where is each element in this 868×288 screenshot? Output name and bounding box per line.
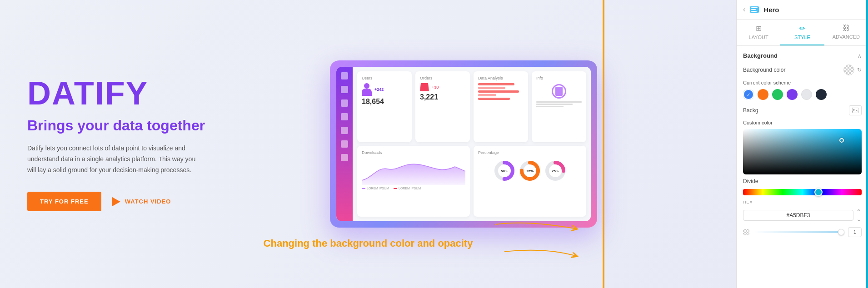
data-analysis-card: Data Analysis (474, 71, 528, 142)
color-picker-handle[interactable] (839, 138, 844, 143)
data-analysis-title: Data Analysis (478, 76, 524, 80)
tab-advanced[interactable]: ⛓ ADVANCED (824, 20, 868, 45)
hex-row: HEX (743, 200, 862, 204)
tab-layout[interactable]: ⊞ LAYOUT (737, 20, 780, 45)
downloads-chart (362, 158, 465, 185)
opacity-handle[interactable] (838, 229, 844, 235)
donut-25: 25% (544, 159, 567, 182)
hex-stepper[interactable]: ⌃⌄ (856, 208, 862, 223)
hex-label: HEX (743, 200, 753, 204)
info-text-lines (536, 101, 582, 107)
swatch-orange[interactable] (758, 89, 768, 100)
users-total: 18,654 (362, 98, 407, 106)
swatch-green[interactable] (772, 89, 783, 100)
custom-color-label: Custom color (743, 120, 862, 125)
swatch-dark[interactable] (816, 89, 827, 100)
tab-layout-label: LAYOUT (749, 35, 768, 40)
bg-image-label: Backg (743, 107, 758, 114)
description: Datify lets you connect lots of data poi… (27, 143, 200, 175)
layout-icon: ⊞ (756, 24, 762, 33)
users-stat: +242 (362, 83, 407, 96)
dashboard-main: Users +242 18,654 (353, 67, 591, 221)
dashboard-wrapper: Users +242 18,654 (218, 60, 709, 228)
watch-button[interactable]: WATCH VIDEO (112, 197, 171, 206)
divider-label: Divide (743, 178, 758, 184)
users-card: Users +242 18,654 (357, 71, 412, 142)
play-icon (112, 197, 120, 206)
svg-rect-6 (751, 7, 758, 8)
dashboard-glow: Users +242 18,654 (330, 60, 597, 228)
svg-rect-8 (751, 11, 757, 12)
tab-advanced-label: ADVANCED (833, 34, 860, 40)
main-content: DATIFY Brings your data together Datify … (0, 0, 736, 288)
downloads-title: Downloads (362, 150, 465, 155)
downloads-legend: LOREM IPSUM LOREM IPSUM (362, 187, 465, 190)
panel-title-icon (750, 6, 759, 13)
highlight-border (603, 0, 604, 288)
users-card-title: Users (362, 76, 407, 80)
image-icon[interactable] (849, 105, 862, 115)
color-picker-box[interactable] (743, 129, 862, 174)
panel-header: ‹ Hero (737, 0, 868, 20)
orders-delta: +38 (432, 85, 439, 89)
right-panel: ‹ Hero ⊞ LAYOUT ✏ STYLE ⛓ ADVANCED Backg… (736, 0, 868, 288)
color-scheme-section: Current color scheme ✓ (743, 80, 862, 100)
style-icon: ✏ (799, 24, 805, 33)
top-cards-row: Users +242 18,654 (357, 71, 586, 142)
opacity-row: 1 (743, 227, 862, 237)
sidebar-icon-doc (341, 113, 348, 120)
percentage-card: Percentage 50% (474, 146, 586, 217)
bg-color-label: Background color (743, 67, 785, 73)
opacity-slider[interactable] (753, 231, 844, 233)
tagline: Brings your data together (27, 117, 218, 134)
hex-input[interactable] (743, 210, 853, 221)
orders-card: Orders +38 3,221 (415, 71, 470, 142)
swatch-light[interactable] (801, 89, 812, 100)
tab-style-label: STYLE (794, 35, 810, 40)
watch-label: WATCH VIDEO (125, 198, 171, 205)
caption-text: Changing the background color and opacit… (264, 238, 473, 249)
spectrum-handle[interactable] (814, 188, 823, 196)
sidebar-icon-home (341, 72, 348, 79)
try-button[interactable]: TRY FOR FREE (27, 192, 101, 211)
sidebar-icon-chart (341, 99, 348, 107)
downloads-card: Downloads (357, 146, 470, 217)
hex-input-row: ⌃⌄ (743, 208, 862, 223)
divider-row: Divide (743, 178, 862, 184)
info-card: Info (532, 71, 586, 142)
svg-rect-9 (852, 108, 858, 113)
image-row: Backg (743, 105, 862, 115)
swatch-purple[interactable] (787, 89, 798, 100)
info-icon (536, 84, 582, 99)
bg-color-controls: ↻ (843, 65, 862, 75)
sidebar-icon-message (341, 127, 348, 134)
back-button[interactable]: ‹ (743, 5, 745, 14)
opacity-value[interactable]: 1 (848, 227, 862, 237)
orders-card-title: Orders (420, 76, 465, 80)
color-swatches: ✓ (743, 89, 862, 100)
donut-50: 50% (493, 159, 516, 182)
panel-title: Hero (763, 6, 779, 14)
refresh-icon[interactable]: ↻ (857, 67, 862, 73)
sidebar-icon-user (341, 154, 348, 161)
swatch-blue[interactable]: ✓ (743, 89, 754, 100)
bg-color-row: Background color ↻ (743, 65, 862, 75)
tab-style[interactable]: ✏ STYLE (780, 20, 824, 45)
percentage-title: Percentage (478, 150, 582, 155)
users-delta: +242 (374, 87, 384, 92)
transparent-color-swatch[interactable] (843, 65, 854, 75)
sidebar-icon-mail (341, 86, 348, 93)
orders-total: 3,221 (420, 93, 465, 101)
left-section: DATIFY Brings your data together Datify … (27, 77, 218, 212)
color-spectrum[interactable] (743, 189, 862, 195)
panel-highlight-border (866, 0, 868, 288)
opacity-icon (743, 229, 749, 235)
data-analysis-bars (478, 83, 524, 100)
brand-title: DATIFY (27, 77, 218, 109)
section-toggle[interactable]: ∧ (858, 53, 862, 59)
info-title: Info (536, 76, 582, 80)
cta-row: TRY FOR FREE WATCH VIDEO (27, 192, 218, 211)
advanced-icon: ⛓ (843, 24, 850, 32)
panel-tabs: ⊞ LAYOUT ✏ STYLE ⛓ ADVANCED (737, 20, 868, 46)
background-section-header: Background ∧ (743, 52, 862, 59)
